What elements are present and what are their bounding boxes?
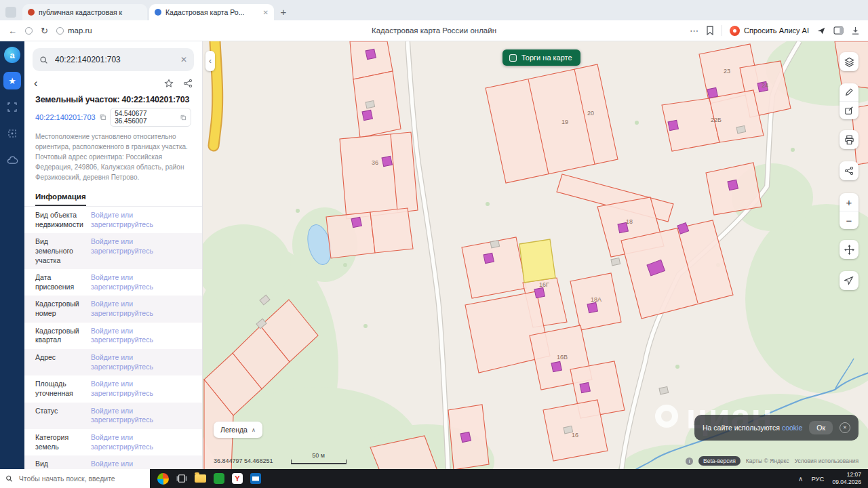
plus-icon: + <box>846 197 852 207</box>
main-content: a ★ ✕ ‹ Земель <box>0 41 868 469</box>
edit-button[interactable] <box>840 101 859 119</box>
toolbar-right: ⋯ Спросить Алису AI <box>690 25 860 36</box>
ruler-button[interactable] <box>840 83 859 101</box>
login-register-link[interactable]: Войдите или зарегистрируйтесь <box>91 327 197 345</box>
locate-me-button[interactable] <box>840 271 859 290</box>
login-register-link[interactable]: Войдите или зарегистрируйтесь <box>91 300 197 318</box>
row-label: Адрес <box>35 353 87 363</box>
tab1-favicon-icon <box>28 9 35 16</box>
map-share-button[interactable] <box>840 161 859 180</box>
search-input[interactable] <box>54 54 175 65</box>
mail-app-icon[interactable] <box>250 473 261 484</box>
login-register-link[interactable]: Войдите или зарегистрируйтесь <box>91 380 197 398</box>
tab-close-icon[interactable]: ✕ <box>263 9 269 16</box>
trades-on-map-button[interactable]: Торги на карте <box>502 49 580 66</box>
zoom-out-button[interactable]: − <box>840 211 859 229</box>
collections-icon[interactable] <box>816 26 826 35</box>
parcel-number-label: 24 <box>762 82 768 89</box>
terms-link[interactable]: Условия использования <box>795 458 859 464</box>
printer-icon <box>844 135 854 145</box>
site-info-icon[interactable] <box>56 27 64 35</box>
new-tab-button[interactable]: + <box>276 4 291 19</box>
app-logo-icon[interactable]: a <box>4 47 20 63</box>
map-canvas[interactable]: 3620191818А16Г16В16232422Б <box>203 41 868 469</box>
green-app-icon[interactable] <box>214 473 224 484</box>
print-button[interactable] <box>840 130 859 149</box>
table-row: Категория земельВойдите или зарегистриру… <box>24 429 202 455</box>
login-register-link[interactable]: Войдите или зарегистрируйтесь <box>91 407 197 425</box>
row-label: Категория земель <box>35 433 87 451</box>
yandex-browser-icon[interactable]: Y <box>232 473 243 484</box>
extensions-icon[interactable] <box>25 27 33 35</box>
copy-icon[interactable] <box>180 115 186 121</box>
zoom-in-button[interactable]: + <box>840 193 859 211</box>
favorite-star-icon[interactable] <box>164 79 174 88</box>
login-register-link[interactable]: Войдите или зарегистрируйтесь <box>91 273 197 291</box>
row-label: Кадастровый квартал <box>35 327 87 345</box>
cookie-banner: На сайте используются cookie Ок ✕ <box>694 415 859 441</box>
taskbar-search-input[interactable] <box>18 474 144 483</box>
search-bar[interactable]: ✕ <box>33 48 194 71</box>
back-icon[interactable]: ← <box>8 26 17 35</box>
taskbar-search[interactable] <box>0 469 150 488</box>
alice-label: Спросить Алису AI <box>744 26 809 35</box>
login-register-link[interactable]: Войдите или зарегистрируйтесь <box>91 211 197 229</box>
objects-button[interactable] <box>3 125 21 142</box>
panel-collapse-button[interactable]: ‹ <box>205 51 215 71</box>
browser-menu-icon[interactable] <box>5 7 16 18</box>
row-label: Площадь уточненная <box>35 380 87 398</box>
cloud-icon <box>7 155 18 165</box>
info-icon[interactable]: i <box>686 458 693 465</box>
maps-copyright[interactable]: Карты © Яндекс <box>746 458 789 464</box>
table-row: Вид разрешенного использованияВойдите ил… <box>24 455 202 469</box>
table-row: Кадастровый номерВойдите или зарегистрир… <box>24 296 202 322</box>
compose-icon <box>844 106 854 115</box>
minus-icon: − <box>846 216 852 226</box>
login-register-link[interactable]: Войдите или зарегистрируйтесь <box>91 460 197 469</box>
sidebar-panel-icon[interactable] <box>833 26 844 35</box>
browser-tab-1[interactable]: публичная кадастровая к <box>22 4 147 20</box>
navigation-arrow-icon <box>844 276 854 285</box>
tab2-favicon-icon <box>155 9 161 16</box>
task-view-icon[interactable] <box>176 474 187 483</box>
row-label: Кадастровый номер <box>35 300 87 318</box>
selected-parcel[interactable] <box>519 239 555 283</box>
address-bar[interactable]: map.ru <box>56 26 92 35</box>
downloads-icon[interactable] <box>851 26 860 35</box>
map-area[interactable]: 3620191818А16Г16В16232422Б ‹ Торги на ка… <box>203 41 868 469</box>
pan-mode-button[interactable] <box>840 240 859 259</box>
file-explorer-icon[interactable] <box>195 474 206 483</box>
coordinates-chip[interactable]: 54.540677 36.456007 <box>110 108 191 127</box>
tab-information[interactable]: Информация <box>35 192 86 206</box>
login-register-link[interactable]: Войдите или зарегистрируйтесь <box>91 353 197 371</box>
share-icon[interactable] <box>183 79 193 88</box>
language-indicator[interactable]: РУС <box>811 475 824 483</box>
select-area-button[interactable] <box>3 98 21 116</box>
cloud-button[interactable] <box>3 151 21 169</box>
trades-checkbox[interactable] <box>509 54 517 62</box>
cookie-close-icon[interactable]: ✕ <box>840 422 850 433</box>
layers-button[interactable] <box>840 52 859 71</box>
alice-button[interactable]: Спросить Алису AI <box>730 26 809 36</box>
bookmark-icon[interactable] <box>706 26 714 35</box>
map-status-line: 36.844797 54.468251 50 м <box>214 452 347 464</box>
left-rail: a ★ <box>0 41 24 469</box>
refresh-icon[interactable]: ↻ <box>41 26 48 35</box>
panel-back-button[interactable]: ‹ <box>34 78 37 89</box>
more-options-icon[interactable]: ⋯ <box>690 26 698 35</box>
login-register-link[interactable]: Войдите или зарегистрируйтесь <box>91 433 197 451</box>
legend-button[interactable]: Легенда ∧ <box>214 422 262 438</box>
widgets-icon[interactable] <box>157 473 169 485</box>
browser-tab-2-active[interactable]: Кадастровая карта Ро... ✕ <box>149 4 274 20</box>
favorites-star-button[interactable]: ★ <box>3 72 21 89</box>
clear-search-icon[interactable]: ✕ <box>180 55 187 64</box>
cookie-link[interactable]: cookie <box>782 424 802 432</box>
cadastral-number-link[interactable]: 40:22:140201:703 <box>35 113 96 121</box>
login-register-link[interactable]: Войдите или зарегистрируйтесь <box>91 237 197 256</box>
copy-icon[interactable] <box>100 114 106 121</box>
taskbar-clock[interactable]: 12:07 09.04.2026 <box>832 471 861 485</box>
tray-expand-icon[interactable]: ∧ <box>798 475 803 483</box>
cookie-ok-button[interactable]: Ок <box>809 421 833 434</box>
scale-bar <box>291 460 347 464</box>
panel-actions: ‹ <box>24 74 202 93</box>
